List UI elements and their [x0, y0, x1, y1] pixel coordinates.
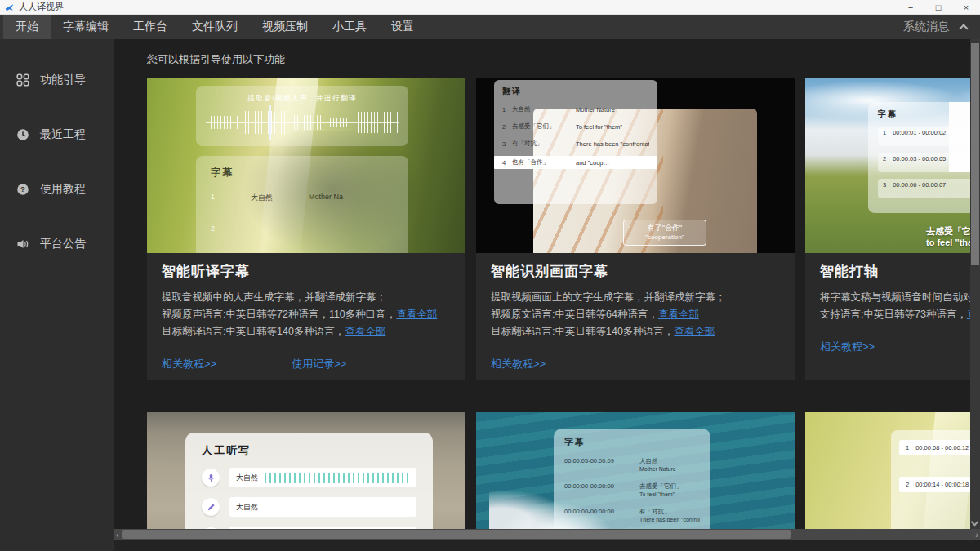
tab-home[interactable]: 开始	[3, 15, 51, 39]
card-description-line: 支持语言:中英日韩等73种语言，查看全部	[820, 306, 980, 323]
chevron-up-icon[interactable]	[959, 24, 968, 33]
subtitle-row: 00:00:00-00:00:00 有「对抗」There has been "c…	[564, 508, 700, 524]
subtitle-timing-panel: 字幕 1 00:00:01 - 00:00:02 大自然Mother 2 00:…	[868, 102, 980, 213]
playhead-cursor	[270, 105, 271, 140]
card-description-line: 目标翻译语言:中英日韩等140多种语言，查看全部	[162, 323, 451, 340]
sidebar-item-feature-guide[interactable]: 功能引导	[0, 64, 114, 96]
sidebar-item-recent-projects[interactable]: 最近工程	[0, 118, 114, 151]
window-title: 人人译视界	[19, 1, 64, 13]
subtitle-en: "cooperation"	[624, 233, 706, 241]
menu-tabs: 开始 字幕编辑 工作台 文件队列 视频压制 小工具 设置	[0, 15, 426, 39]
ocr-preview-image: 翻译 1 大自然 Mother Nature 2 去感受「它们」 To feel…	[476, 78, 795, 253]
waveform-caption: 提取音/视频人声，并进行翻译	[196, 93, 408, 104]
subtitle-selection-box: 有了"合作" "cooperation"	[623, 220, 706, 246]
audio-strip: 大自然	[229, 468, 416, 487]
card-title: 智能识别画面字幕	[491, 262, 780, 281]
align-preview-image: 字幕 1 00:00:01 - 00:00:02 大自然Mother 2 00:…	[805, 78, 980, 253]
subtitle-zh: 去感受「它们」	[639, 482, 683, 490]
text-input-strip[interactable]: 大自然	[229, 497, 416, 517]
pencil-icon	[202, 498, 220, 516]
microphone-icon	[202, 469, 220, 487]
card-description-line: 将字幕文稿与视频语音时间自动对齐，	[820, 289, 980, 306]
bottom-padding-strip	[114, 540, 980, 551]
card-text-block: 智能听译字幕 提取音视频中的人声生成字幕，并翻译成新字幕； 视频原声语言:中英日…	[147, 253, 466, 371]
vertical-scrollbar-thumb[interactable]	[971, 43, 979, 265]
subtitle-zh: 大自然	[251, 193, 273, 203]
timing-row: 2 00:00:03 - 00:00:05 去感受to feel	[878, 153, 980, 172]
tutorial-link[interactable]: 相关教程>>	[820, 340, 875, 354]
speaker-icon	[16, 238, 29, 251]
strip-text: 大自然	[236, 473, 258, 483]
card-row-bottom: 人工听写 大自然 大自然	[147, 412, 980, 529]
scroll-right-icon[interactable]: ›	[975, 529, 978, 540]
system-message-button[interactable]: 系统消息	[903, 15, 980, 39]
listen-preview-image: 提取音/视频人声，并进行翻译 字幕 1 大自然 Mother Na	[147, 78, 466, 253]
tab-tools[interactable]: 小工具	[320, 15, 379, 39]
tab-workbench[interactable]: 工作台	[121, 15, 180, 39]
maximize-button[interactable]: □	[924, 0, 952, 14]
sidebar-item-announcements[interactable]: 平台公告	[0, 228, 114, 260]
sidebar-item-label: 使用教程	[40, 182, 86, 197]
dictation-row: 大自然	[202, 497, 416, 517]
main-content: 您可以根据引导使用以下功能 提取音/视频人声，并进行翻译 字幕	[114, 39, 980, 551]
tutorial-link[interactable]: 相关教程>>	[491, 357, 546, 371]
panel-title: 字幕	[564, 436, 700, 448]
tab-settings[interactable]: 设置	[379, 15, 426, 39]
app-identity: 人人译视界	[0, 1, 64, 13]
dictation-row: 大自然	[202, 468, 416, 487]
timing-row: 1 00:00:08 - 00:00:12	[899, 440, 980, 455]
subtitle-en: There has been "confrontation"	[639, 517, 700, 522]
subtitle-zh: 大自然	[639, 457, 658, 464]
card-title: 智能听译字幕	[162, 262, 451, 281]
card-description-line: 视频原声语言:中英日韩等72种语言，110多种口音，查看全部	[162, 306, 451, 323]
close-button[interactable]: ×	[952, 0, 980, 14]
system-message-label: 系统消息	[903, 20, 949, 34]
row-number: 1	[211, 193, 215, 203]
card-links-row: 相关教程>>	[491, 357, 780, 371]
tutorial-link[interactable]: 相关教程>>	[162, 357, 216, 371]
translation-row: 3 有「对抗」 There has been "confrontation"	[502, 139, 649, 149]
horizontal-scrollbar[interactable]: ‹ ›	[114, 529, 980, 540]
minimize-button[interactable]: −	[897, 0, 924, 14]
audio-waveform	[206, 105, 399, 140]
strip-text: 大自然	[236, 502, 258, 513]
vertical-scrollbar[interactable]	[970, 39, 980, 529]
subtitle-zh: 去感受「它	[926, 226, 971, 236]
panel-title: 人工听写	[202, 443, 416, 458]
timing-row: 3 00:00:06 - 00:00:07 有「对There	[878, 179, 980, 198]
view-all-link[interactable]: 查看全部	[345, 326, 385, 337]
translation-row: 1 大自然 Mother Nature	[502, 104, 649, 114]
grid-icon	[16, 73, 29, 87]
card-description-line: 目标翻译语言:中英日韩等140多种语言，查看全部	[491, 323, 780, 340]
view-all-link[interactable]: 查看全部	[396, 309, 437, 320]
card-description-line: 提取音视频中的人声生成字幕，并翻译成新字幕；	[162, 289, 451, 306]
scroll-left-icon[interactable]: ‹	[116, 529, 119, 540]
panel-title: 翻译	[502, 86, 649, 97]
sidebar-item-tutorial[interactable]: ? 使用教程	[0, 173, 114, 206]
view-all-link[interactable]: 查看全部	[658, 309, 699, 320]
translation-panel: 翻译 1 大自然 Mother Nature 2 去感受「它们」 To feel…	[494, 80, 657, 204]
card-links-row: 相关教程>>	[820, 340, 980, 354]
card-description-line: 视频原文语言:中英日韩等64种语言，查看全部	[491, 306, 780, 323]
card-title: 智能打轴	[820, 262, 980, 281]
card-auto-align: 字幕 1 00:00:01 - 00:00:02 大自然Mother 2 00:…	[805, 78, 980, 380]
subtitle-zh: 有了"合作"	[624, 223, 706, 233]
tab-file-queue[interactable]: 文件队列	[180, 15, 250, 39]
horizontal-scrollbar-thumb[interactable]	[122, 530, 791, 539]
sidebar: 功能引导 最近工程 ? 使用教程 平台公告	[0, 39, 114, 551]
subtitle-zh: 有「对抗」	[639, 508, 670, 515]
row-number: 2	[211, 224, 394, 233]
subtitle-en: to feel "tha	[926, 238, 973, 247]
sidebar-item-label: 平台公告	[40, 237, 86, 251]
scroll-down-icon[interactable]	[971, 518, 979, 527]
card-links-row: 相关教程>> 使用记录>>	[162, 357, 451, 371]
card-row-top: 提取音/视频人声，并进行翻译 字幕 1 大自然 Mother Na	[147, 78, 980, 380]
card-listen-translate: 提取音/视频人声，并进行翻译 字幕 1 大自然 Mother Na	[147, 78, 466, 380]
tab-subtitle-edit[interactable]: 字幕编辑	[51, 15, 121, 39]
tab-video-encode[interactable]: 视频压制	[250, 15, 320, 39]
page-heading: 您可以根据引导使用以下功能	[147, 52, 285, 67]
teal-waveform	[265, 473, 410, 483]
panel-title: 字幕	[878, 109, 980, 120]
view-all-link[interactable]: 查看全部	[674, 326, 715, 337]
usage-history-link[interactable]: 使用记录>>	[292, 357, 346, 371]
